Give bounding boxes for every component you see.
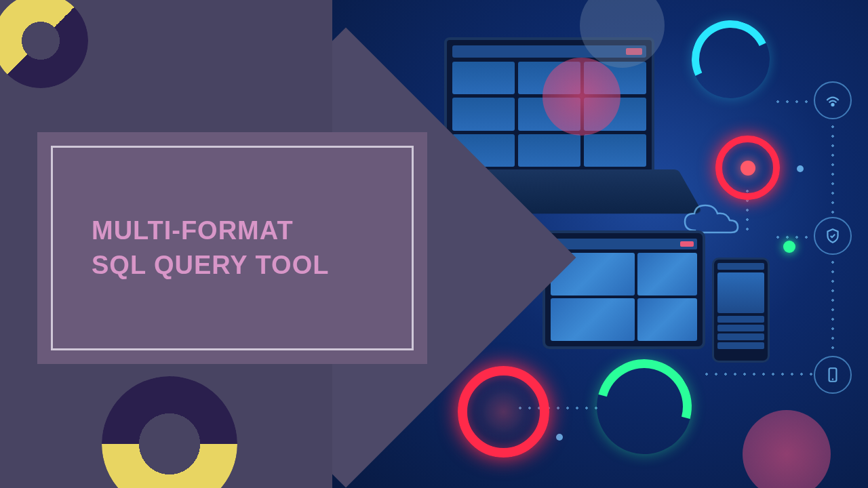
title-line-1: MULTI-FORMAT bbox=[92, 214, 329, 248]
connector-line bbox=[831, 258, 834, 356]
connector-line bbox=[773, 236, 814, 239]
red-ring-decoration bbox=[458, 366, 549, 458]
connector-line bbox=[831, 122, 834, 217]
pink-bubble-decoration bbox=[542, 58, 620, 136]
connector-line bbox=[773, 100, 814, 103]
title-line-2: SQL QUERY TOOL bbox=[92, 248, 329, 283]
phone-illustration bbox=[712, 258, 770, 363]
mobile-icon bbox=[814, 356, 852, 394]
connector-node bbox=[556, 434, 563, 441]
shield-icon bbox=[814, 217, 852, 255]
hero-title: MULTI-FORMAT SQL QUERY TOOL bbox=[64, 214, 329, 283]
connector-node bbox=[797, 165, 804, 172]
svg-point-3 bbox=[831, 104, 833, 106]
connector-line bbox=[702, 373, 814, 375]
wifi-icon bbox=[814, 81, 852, 119]
red-glow-node bbox=[715, 136, 780, 200]
title-card: MULTI-FORMAT SQL QUERY TOOL bbox=[37, 132, 427, 364]
green-node bbox=[783, 241, 795, 253]
